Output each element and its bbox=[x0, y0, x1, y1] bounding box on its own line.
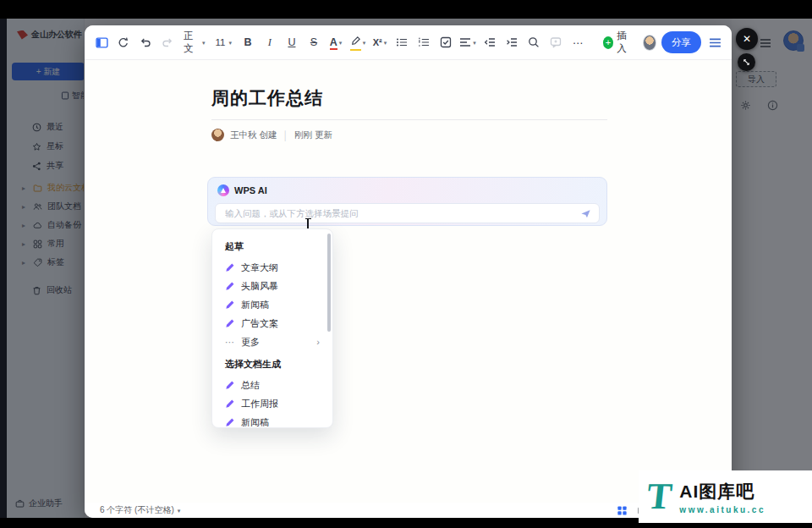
paragraph-style-select[interactable]: 正文▾ bbox=[181, 30, 207, 55]
strikethrough-button[interactable]: S bbox=[305, 32, 322, 52]
numbered-list-icon bbox=[418, 36, 430, 48]
document-meta: 王中秋 创建 │ 刚刚 更新 bbox=[211, 129, 332, 141]
underline-button[interactable]: U bbox=[283, 32, 300, 52]
menu-item-brainstorm[interactable]: 头脑风暴 bbox=[212, 277, 332, 295]
screen: 金山办公软件 + 新建 智能文档 最近 星标 共享 ▸ 我 bbox=[0, 0, 812, 528]
ai-prompt-input[interactable] bbox=[223, 207, 580, 219]
outline-panel-icon bbox=[96, 36, 108, 49]
close-button[interactable]: ✕ bbox=[736, 28, 758, 50]
menu-item-ad-copy[interactable]: 广告文案 bbox=[212, 314, 332, 333]
plus-icon: + bbox=[603, 36, 613, 49]
wps-ai-panel: WPS AI bbox=[207, 177, 607, 226]
creator-label: 王中秋 创建 bbox=[230, 129, 277, 141]
word-count[interactable]: 6 个字符 (不计空格) ▾ bbox=[100, 504, 180, 516]
document-title[interactable]: 周的工作总结 bbox=[211, 86, 323, 110]
highlight-button[interactable]: ▾ bbox=[349, 32, 366, 52]
menu-item-weekly-report[interactable]: 工作周报 bbox=[212, 394, 332, 413]
wps-ai-header: WPS AI bbox=[217, 184, 267, 196]
checklist-button[interactable] bbox=[437, 32, 454, 52]
pen-icon bbox=[225, 318, 235, 328]
aituku-logo: T bbox=[645, 478, 674, 515]
updated-label: 刚刚 更新 bbox=[294, 129, 332, 141]
toolbar-menu-button[interactable] bbox=[706, 32, 723, 52]
chevron-down-icon: ▾ bbox=[473, 40, 476, 46]
menu-scrollbar[interactable] bbox=[327, 234, 331, 332]
superscript-button[interactable]: X²▾ bbox=[371, 32, 388, 52]
author-avatar bbox=[211, 129, 224, 141]
chevron-down-icon: ▾ bbox=[178, 508, 181, 514]
expand-button[interactable] bbox=[738, 53, 755, 71]
italic-button[interactable]: I bbox=[261, 32, 278, 52]
wps-ai-title: WPS AI bbox=[234, 185, 267, 195]
outline-panel-button[interactable] bbox=[93, 32, 110, 52]
font-color-button[interactable]: A▾ bbox=[327, 32, 344, 52]
chevron-right-icon: › bbox=[316, 337, 320, 347]
menu-item-press-release[interactable]: 新闻稿 bbox=[212, 295, 332, 314]
menu-item-more[interactable]: ⋯ 更多 › bbox=[212, 333, 332, 351]
search-button[interactable] bbox=[525, 32, 542, 52]
document-editor-modal: 正文▾ 11▾ B I U S A▾ ▾ X²▾ bbox=[85, 25, 732, 518]
chevron-down-icon: ▾ bbox=[202, 40, 206, 46]
editor-toolbar: 正文▾ 11▾ B I U S A▾ ▾ X²▾ bbox=[85, 25, 732, 60]
hamburger-icon bbox=[709, 36, 721, 49]
title-divider bbox=[211, 119, 607, 120]
chevron-down-icon: ▾ bbox=[228, 40, 232, 46]
chevron-down-icon: ▾ bbox=[384, 40, 387, 46]
watermark-title: AI图库吧 bbox=[679, 480, 765, 503]
pen-icon bbox=[225, 281, 235, 291]
search-icon bbox=[528, 36, 540, 48]
ai-scenario-menu: 起草 文章大纲 头脑风暴 新闻稿 广告文案 ⋯ 更多 › 选择文 bbox=[211, 228, 333, 428]
status-bar: 6 个字符 (不计空格) ▾ — bbox=[85, 503, 732, 518]
more-button[interactable]: ⋯ bbox=[569, 32, 586, 52]
alignment-button[interactable]: ▾ bbox=[459, 32, 476, 52]
menu-item-summary[interactable]: 总结 bbox=[212, 376, 332, 394]
comment-button[interactable] bbox=[547, 32, 564, 52]
ai-prompt-field[interactable] bbox=[215, 203, 600, 223]
pen-icon bbox=[225, 380, 235, 390]
font-size-select[interactable]: 11▾ bbox=[212, 37, 233, 47]
menu-section-header: 选择文档生成 bbox=[212, 351, 332, 376]
clear-format-button[interactable] bbox=[115, 32, 132, 52]
bullet-list-icon bbox=[396, 36, 408, 48]
collaborator-avatar[interactable] bbox=[643, 35, 656, 51]
checklist-icon bbox=[440, 36, 452, 48]
menu-section-header: 起草 bbox=[212, 238, 332, 258]
undo-icon bbox=[140, 36, 151, 48]
highlighter-icon bbox=[350, 36, 361, 49]
menu-item-article-outline[interactable]: 文章大纲 bbox=[212, 258, 332, 277]
resize-icon bbox=[742, 58, 751, 67]
more-icon: ⋯ bbox=[225, 337, 235, 348]
share-button[interactable]: 分享 bbox=[661, 31, 701, 53]
watermark-url: www.aituku.cc bbox=[679, 505, 765, 514]
undo-button[interactable] bbox=[137, 32, 154, 52]
indent-icon bbox=[506, 36, 518, 48]
font-color-icon: A bbox=[330, 36, 337, 48]
numbered-list-button[interactable] bbox=[415, 32, 432, 52]
menu-item-press-release-2[interactable]: 新闻稿 bbox=[212, 413, 332, 428]
chevron-down-icon: ▾ bbox=[339, 40, 343, 46]
indent-button[interactable] bbox=[503, 32, 520, 52]
pen-icon bbox=[225, 262, 235, 272]
page-grid-button[interactable] bbox=[617, 505, 628, 516]
pen-icon bbox=[225, 300, 235, 310]
chevron-down-icon: ▾ bbox=[363, 40, 366, 46]
bold-button[interactable]: B bbox=[239, 32, 256, 52]
pen-icon bbox=[225, 417, 235, 427]
pen-icon bbox=[225, 399, 235, 409]
comment-icon bbox=[550, 36, 562, 48]
redo-button[interactable] bbox=[159, 32, 176, 52]
send-icon[interactable] bbox=[580, 208, 591, 219]
align-left-icon bbox=[459, 36, 471, 48]
watermark: T AI图库吧 www.aituku.cc bbox=[639, 470, 812, 523]
bullet-list-button[interactable] bbox=[393, 32, 410, 52]
insert-button[interactable]: + 插入 bbox=[603, 30, 633, 55]
outdent-icon bbox=[484, 36, 496, 48]
outdent-button[interactable] bbox=[481, 32, 498, 52]
clear-format-icon bbox=[118, 36, 129, 48]
wps-ai-logo-icon bbox=[217, 184, 229, 196]
redo-icon bbox=[162, 36, 173, 48]
